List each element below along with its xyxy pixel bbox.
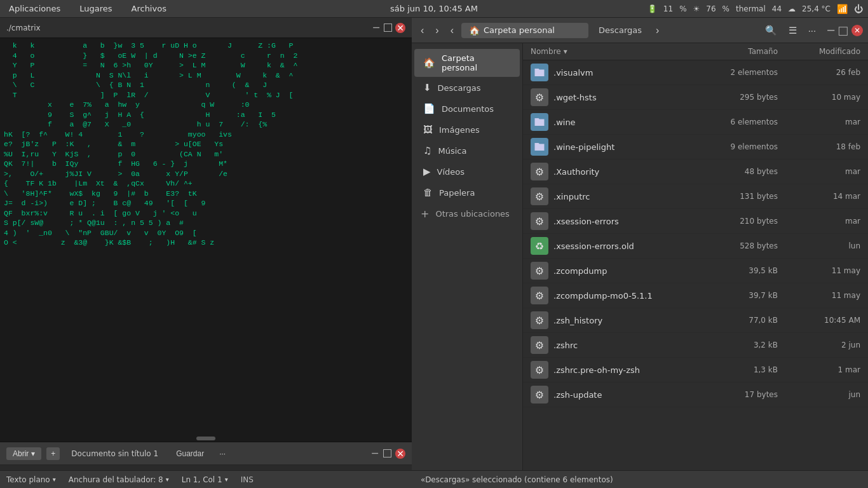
- editor-document-tab[interactable]: Documento sin título 1: [65, 449, 165, 458]
- column-size-header[interactable]: Tamaño: [702, 47, 778, 56]
- editor-close-btn[interactable]: ✕: [395, 449, 405, 459]
- file-modified: mar: [778, 167, 860, 176]
- text-mode-selector[interactable]: Texto plano ▾: [6, 475, 56, 484]
- sidebar-videos-label: Vídeos: [437, 167, 465, 177]
- editor-restore-btn[interactable]: [383, 449, 391, 458]
- table-row[interactable]: ⚙ .Xauthority 48 bytes mar: [523, 159, 868, 184]
- table-row[interactable]: ⚙ .xinputrc 131 bytes 14 mar: [523, 184, 868, 209]
- battery-icon: 🔋: [648, 4, 657, 13]
- file-icon: ⚙: [531, 212, 548, 230]
- fm-back-button[interactable]: ‹: [417, 24, 428, 37]
- table-row[interactable]: ⚙ .zsh-update 17 bytes jun: [523, 383, 868, 407]
- fm-search-button[interactable]: 🔍: [761, 22, 781, 39]
- table-row[interactable]: .wine-pipelight 9 elementos 18 feb: [523, 135, 868, 159]
- downloads-icon: ⬇: [423, 82, 431, 93]
- menu-places[interactable]: Lugares: [76, 3, 116, 15]
- column-name-header[interactable]: Nombre ▾: [531, 47, 702, 56]
- file-icon: ⚙: [531, 386, 548, 403]
- fm-file-list: Nombre ▾ Tamaño Modificado .visualvm 2 e…: [523, 43, 868, 470]
- fm-location-bar[interactable]: 🏠 Carpeta personal: [461, 23, 588, 38]
- sidebar-home-label: Carpeta personal: [442, 53, 511, 72]
- file-modified: mar: [778, 217, 860, 226]
- documents-icon: 📄: [423, 103, 435, 114]
- fm-list-view-button[interactable]: ☰: [785, 22, 801, 39]
- file-modified: 26 feb: [778, 68, 860, 77]
- editor-new-button[interactable]: +: [46, 447, 60, 460]
- terminal-minimize-btn[interactable]: ─: [372, 23, 381, 33]
- file-size: 210 bytes: [702, 217, 778, 226]
- fm-column-header: Nombre ▾ Tamaño Modificado: [523, 43, 868, 60]
- file-modified: 10:45 AM: [778, 316, 860, 325]
- sidebar-downloads-label: Descargas: [438, 83, 481, 93]
- file-size: 2 elementos: [702, 68, 778, 77]
- sidebar-images-label: Imágenes: [439, 125, 480, 135]
- sidebar-item-documents[interactable]: 📄 Documentos: [414, 98, 520, 119]
- editor-minimize-btn[interactable]: ─: [370, 449, 379, 459]
- terminal-close-btn[interactable]: ✕: [395, 23, 405, 33]
- thermal-label: thermal: [736, 4, 766, 13]
- tab-width-selector[interactable]: Anchura del tabulador: 8 ▾: [69, 475, 169, 484]
- file-modified: 14 mar: [778, 192, 860, 201]
- file-size: 39,5 kB: [702, 266, 778, 275]
- editor-save-button[interactable]: Guardar: [170, 447, 210, 460]
- table-row[interactable]: ⚙ .zshrc.pre-oh-my-zsh 1,3 kB 1 mar: [523, 358, 868, 383]
- brightness-icon: ☀: [693, 4, 700, 13]
- file-icon: ♻: [531, 237, 548, 255]
- sidebar-item-images[interactable]: 🖼 Imágenes: [414, 119, 520, 140]
- editor-more-button[interactable]: ···: [215, 447, 229, 460]
- file-size: 48 bytes: [702, 167, 778, 176]
- add-location-label: Otras ubicaciones: [435, 209, 510, 219]
- editor-window: Abrir ▾ + Documento sin título 1 Guardar…: [0, 442, 412, 488]
- fm-sidebar: 🏠 Carpeta personal ⬇ Descargas 📄 Documen…: [412, 43, 523, 470]
- file-modified: 11 may: [778, 266, 860, 275]
- file-size: 1,3 kB: [702, 365, 778, 374]
- fm-minimize-btn[interactable]: ─: [827, 24, 834, 37]
- menu-files[interactable]: Archivos: [128, 3, 170, 15]
- editor-content-area[interactable]: [0, 465, 412, 470]
- file-size: 3,2 kB: [702, 341, 778, 349]
- sidebar-add-location[interactable]: + Otras ubicaciones: [412, 203, 522, 224]
- sidebar-item-videos[interactable]: ▶ Vídeos: [414, 161, 520, 182]
- fm-history-button[interactable]: ‹: [447, 24, 458, 37]
- sidebar-item-downloads[interactable]: ⬇ Descargas: [414, 78, 520, 98]
- menu-applications[interactable]: Aplicaciones: [5, 3, 64, 15]
- table-row[interactable]: ⚙ .zsh_history 77,0 kB 10:45 AM: [523, 308, 868, 333]
- fm-forward-button[interactable]: ›: [431, 24, 442, 37]
- file-modified: 18 feb: [778, 142, 860, 151]
- table-row[interactable]: ⚙ .xsession-errors 210 bytes mar: [523, 209, 868, 234]
- sidebar-item-music[interactable]: ♫ Música: [414, 140, 520, 161]
- videos-icon: ▶: [423, 166, 431, 177]
- table-row[interactable]: .visualvm 2 elementos 26 feb: [523, 60, 868, 85]
- file-modified: 11 may: [778, 291, 860, 300]
- sidebar-trash-label: Papelera: [439, 188, 475, 198]
- file-name: .zsh-update: [553, 390, 702, 400]
- table-row[interactable]: .wine 6 elementos mar: [523, 110, 868, 135]
- file-icon: ⚙: [531, 311, 548, 329]
- column-modified-header[interactable]: Modificado: [778, 47, 860, 56]
- terminal-restore-btn[interactable]: [384, 24, 392, 32]
- table-row[interactable]: ♻ .xsession-errors.old 528 bytes lun: [523, 234, 868, 259]
- file-name: .zshrc.pre-oh-my-zsh: [553, 365, 702, 375]
- fm-titlebar: ‹ › ‹ 🏠 Carpeta personal Descargas › 🔍 ☰…: [412, 18, 868, 43]
- table-row[interactable]: ⚙ .zcompdump-mo0-5.1.1 39,7 kB 11 may: [523, 283, 868, 308]
- file-name: .xsession-errors.old: [553, 241, 702, 251]
- fm-other-location[interactable]: Descargas: [592, 23, 648, 37]
- table-row[interactable]: ⚙ .zcompdump 39,5 kB 11 may: [523, 259, 868, 283]
- table-row[interactable]: ⚙ .zshrc 3,2 kB 2 jun: [523, 333, 868, 358]
- weather-temp: 25,4 °C: [802, 4, 831, 13]
- sidebar-item-trash[interactable]: 🗑 Papelera: [414, 182, 520, 203]
- terminal-window: ./cmatrix ─ ✕ k k a b }w 3 5 r uD H o J …: [0, 18, 412, 442]
- fm-location-forward-button[interactable]: ›: [652, 24, 663, 37]
- editor-statusbar: Texto plano ▾ Anchura del tabulador: 8 ▾…: [0, 470, 412, 488]
- file-icon: ⚙: [531, 336, 548, 354]
- power-icon[interactable]: ⏻: [854, 4, 863, 14]
- sidebar-item-home[interactable]: 🏠 Carpeta personal: [414, 49, 520, 77]
- fm-close-btn[interactable]: ✕: [851, 25, 863, 36]
- fm-restore-btn[interactable]: □: [837, 24, 848, 37]
- thermal-value: 44: [772, 4, 782, 13]
- menubar: Aplicaciones Lugares Archivos sáb jun 10…: [0, 0, 868, 18]
- fm-more-button[interactable]: ···: [804, 22, 820, 38]
- editor-open-button[interactable]: Abrir ▾: [6, 447, 41, 460]
- table-row[interactable]: ⚙ .wget-hsts 295 bytes 10 may: [523, 85, 868, 110]
- add-location-icon: +: [421, 208, 429, 220]
